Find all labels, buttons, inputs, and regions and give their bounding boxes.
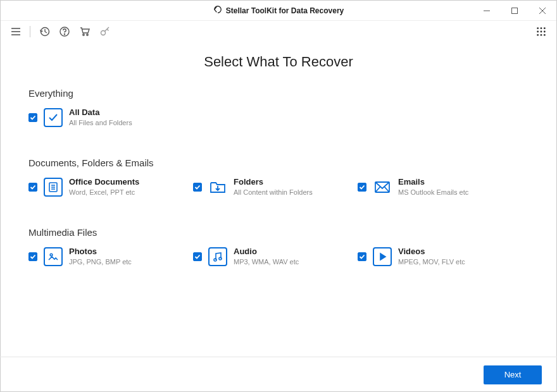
folder-icon	[208, 178, 227, 197]
option-title: Photos	[69, 247, 132, 257]
minimize-button[interactable]	[473, 1, 501, 21]
checkbox-emails[interactable]	[358, 183, 366, 192]
svg-point-16	[537, 31, 539, 33]
svg-point-10	[83, 34, 84, 35]
section-header-media: Multimedia Files	[28, 227, 529, 238]
option-sub: All Files and Folders	[69, 118, 132, 127]
svg-point-27	[50, 254, 53, 256]
svg-point-12	[101, 31, 106, 35]
svg-point-14	[541, 27, 542, 29]
option-title: Folders	[234, 177, 313, 188]
option-office-documents: Office Documents Word, Excel, PPT etc	[28, 177, 193, 197]
checkbox-office[interactable]	[28, 183, 37, 192]
section-everything: Everything All Data All Files and Folder…	[28, 88, 529, 127]
cart-icon[interactable]	[77, 24, 92, 39]
option-photos: Photos JPG, PNG, BMP etc	[28, 247, 193, 266]
option-sub: MPEG, MOV, FLV etc	[398, 257, 465, 266]
section-header-docs: Documents, Folders & Emails	[28, 157, 529, 168]
audio-icon	[208, 247, 227, 266]
window-title-wrap: Stellar ToolKit for Data Recovery	[213, 5, 344, 16]
option-all-data: All Data All Files and Folders	[28, 107, 193, 127]
footer: Next	[0, 357, 557, 392]
section-docs: Documents, Folders & Emails Office Docum…	[28, 157, 529, 197]
svg-point-11	[87, 34, 88, 35]
option-audio: Audio MP3, WMA, WAV etc	[193, 247, 358, 266]
option-title: Emails	[398, 177, 468, 188]
svg-rect-1	[512, 8, 518, 14]
page-title: Select What To Recover	[28, 54, 529, 70]
section-media: Multimedia Files Photos JPG, PNG, BMP et…	[28, 227, 529, 266]
toolbar	[1, 21, 556, 42]
app-back-icon	[213, 5, 222, 16]
option-title: Office Documents	[69, 177, 139, 188]
svg-point-18	[544, 31, 546, 33]
help-icon[interactable]	[57, 24, 72, 39]
option-title: All Data	[69, 107, 132, 118]
checkbox-photos[interactable]	[28, 252, 37, 261]
all-data-icon	[44, 108, 63, 127]
svg-point-21	[544, 34, 546, 36]
checkbox-all-data[interactable]	[28, 113, 37, 122]
maximize-button[interactable]	[501, 1, 529, 21]
titlebar: Stellar ToolKit for Data Recovery	[1, 1, 556, 21]
svg-point-13	[537, 27, 539, 29]
option-title: Audio	[234, 247, 299, 257]
main-content: Select What To Recover Everything All Da…	[1, 42, 556, 267]
svg-point-20	[541, 34, 542, 36]
svg-point-29	[219, 257, 222, 260]
option-title: Videos	[398, 247, 465, 257]
option-emails: Emails MS Outlook Emails etc	[358, 177, 522, 197]
option-sub: JPG, PNG, BMP etc	[69, 257, 132, 266]
toolbar-divider	[30, 26, 30, 37]
option-videos: Videos MPEG, MOV, FLV etc	[358, 247, 522, 266]
video-icon	[373, 247, 392, 266]
checkbox-videos[interactable]	[358, 252, 366, 261]
svg-point-15	[544, 27, 546, 29]
apps-icon[interactable]	[534, 24, 549, 39]
svg-point-19	[537, 34, 539, 36]
option-sub: MS Outlook Emails etc	[398, 188, 468, 197]
option-sub: All Content within Folders	[234, 188, 313, 197]
history-icon[interactable]	[37, 24, 52, 39]
section-header-everything: Everything	[28, 88, 529, 99]
svg-point-9	[64, 34, 65, 34]
email-icon	[373, 178, 392, 197]
option-sub: Word, Excel, PPT etc	[69, 188, 139, 197]
option-folders: Folders All Content within Folders	[193, 177, 358, 197]
menu-icon[interactable]	[8, 24, 23, 39]
window-controls	[473, 1, 556, 21]
option-sub: MP3, WMA, WAV etc	[234, 257, 299, 266]
next-button[interactable]: Next	[484, 365, 542, 384]
window-title: Stellar ToolKit for Data Recovery	[226, 6, 344, 15]
svg-point-28	[214, 259, 216, 261]
close-button[interactable]	[529, 1, 556, 21]
svg-point-17	[541, 31, 542, 33]
checkbox-audio[interactable]	[193, 252, 202, 261]
document-icon	[44, 178, 63, 197]
key-icon[interactable]	[97, 24, 113, 39]
checkbox-folders[interactable]	[193, 183, 202, 192]
photo-icon	[44, 247, 63, 266]
